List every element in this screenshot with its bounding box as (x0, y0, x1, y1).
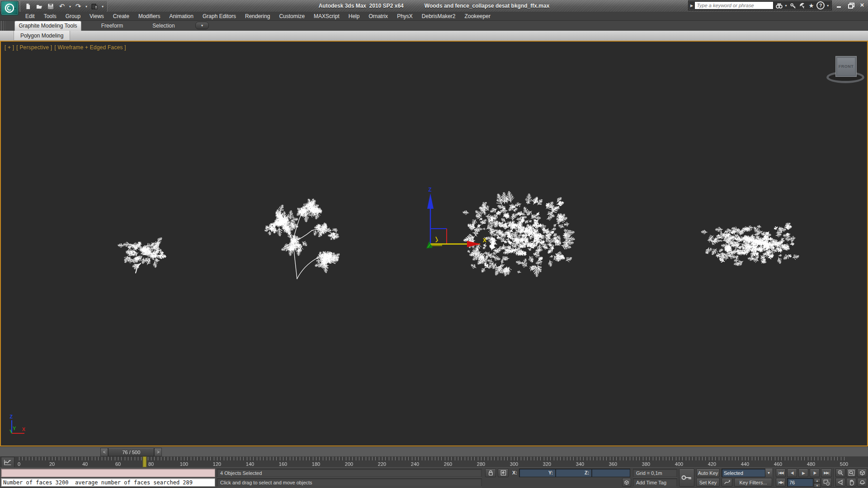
x-coordinate-label: X: (512, 470, 517, 475)
time-slider-track[interactable]: < 76 / 500 > (0, 446, 868, 457)
z-coordinate-field[interactable] (591, 469, 630, 477)
viewport-menu-plus[interactable]: [ + ] (5, 44, 14, 51)
time-configuration-button[interactable] (821, 478, 832, 487)
default-in-out-tangents-button[interactable] (722, 478, 732, 487)
tab-freeform[interactable]: Freeform (90, 21, 134, 31)
go-to-start-button[interactable]: |◀◀ (776, 469, 786, 477)
open-file-button[interactable] (34, 2, 44, 11)
menu-item-customize[interactable]: Customize (274, 12, 309, 20)
selection-lock-toggle[interactable] (485, 469, 496, 477)
save-file-button[interactable] (46, 2, 56, 11)
maxscript-mini-listener-pink[interactable] (1, 469, 215, 477)
perspective-viewport[interactable]: Z X Z X Y [ + ] [ Perspective ] [ Wirefr… (0, 41, 868, 446)
menu-item-rendering[interactable]: Rendering (241, 12, 274, 20)
3dsmax-window: Autodesk 3ds Max 2010 SP2 x64 Woods and … (0, 0, 868, 488)
window-controls: × (835, 1, 866, 9)
menu-item-debrismaker2[interactable]: DebrisMaker2 (417, 12, 460, 20)
close-button[interactable]: × (858, 1, 866, 9)
key-mode-selected-value: Selected (722, 469, 765, 477)
ribbon-collapse-button[interactable]: ▼ (195, 22, 209, 29)
viewport-menu-shading[interactable]: [ Wireframe + Edged Faces ] (54, 44, 126, 51)
search-dropdown-icon[interactable]: ▾ (784, 4, 788, 8)
application-menu-button[interactable] (1, 1, 19, 15)
search-icon[interactable] (775, 1, 783, 9)
open-mini-curve-editor-button[interactable] (1, 457, 14, 468)
key-mode-toggle-button[interactable]: |◀▶| (776, 478, 786, 487)
undo-button[interactable]: ↶ (57, 2, 67, 11)
frame-spinner-up-icon[interactable]: ▲ (814, 478, 821, 483)
play-animation-button[interactable]: ▶ (798, 469, 808, 477)
z-coordinate-label: Z: (585, 470, 589, 475)
redo-dropdown-icon[interactable]: ▾ (85, 5, 88, 9)
communication-center-icon[interactable] (798, 1, 806, 9)
menu-item-group[interactable]: Group (61, 12, 85, 20)
current-frame-field[interactable]: 76 (787, 478, 813, 487)
menu-item-help[interactable]: Help (344, 12, 364, 20)
add-time-tag[interactable]: Add Time Tag (633, 478, 677, 487)
frame-spinner-down-icon[interactable]: ▼ (814, 483, 821, 488)
set-keys-button[interactable] (679, 469, 694, 487)
set-key-button[interactable]: Set Key (696, 478, 720, 487)
menu-item-views[interactable]: Views (85, 12, 108, 20)
menu-item-modifiers[interactable]: Modifiers (134, 12, 165, 20)
zoom-button[interactable] (835, 469, 845, 477)
viewport-menu-view[interactable]: [ Perspective ] (16, 44, 52, 51)
key-mode-dropdown-arrow-icon[interactable]: ▼ (765, 469, 772, 477)
time-tag-cube-icon[interactable] (622, 478, 631, 487)
auto-key-button[interactable]: Auto Key (696, 469, 720, 477)
minimize-button[interactable] (835, 1, 843, 9)
title-bar: Autodesk 3ds Max 2010 SP2 x64 Woods and … (0, 0, 868, 12)
key-mode-dropdown[interactable]: Selected ▼ (722, 469, 772, 477)
go-to-end-button[interactable]: ▶▶| (821, 469, 832, 477)
menu-item-physx[interactable]: PhysX (392, 12, 417, 20)
track-bar-ruler[interactable] (0, 456, 868, 467)
3dsmax-logo-icon (3, 2, 17, 14)
absolute-mode-transform-toggle[interactable] (498, 469, 509, 477)
tab-polygon-modeling[interactable]: Polygon Modeling (14, 31, 70, 41)
time-slider-group: < 76 / 500 > (100, 448, 162, 455)
redo-button[interactable]: ↷ (73, 2, 83, 11)
field-of-view-button[interactable] (835, 478, 845, 487)
zoom-all-button[interactable] (846, 469, 856, 477)
pan-view-button[interactable] (846, 478, 856, 487)
status-selection-text: 4 Objects Selected (217, 469, 482, 477)
menu-item-create[interactable]: Create (108, 12, 134, 20)
tab-graphite-modeling-tools[interactable]: Graphite Modeling Tools (14, 21, 81, 31)
manage-scenes-button[interactable] (90, 2, 99, 11)
undo-dropdown-icon[interactable]: ▾ (68, 5, 72, 9)
track-bar[interactable] (0, 456, 868, 468)
viewcube-face-label: FRONT (839, 64, 854, 69)
menu-item-graph-editors[interactable]: Graph Editors (198, 12, 241, 20)
menu-item-tools[interactable]: Tools (39, 12, 61, 20)
infocenter-arrow-icon[interactable]: ▶ (690, 4, 693, 8)
help-icon[interactable]: ? (816, 1, 825, 9)
previous-frame-slider-button[interactable]: < (100, 448, 108, 456)
menu-item-edit[interactable]: Edit (21, 12, 39, 20)
zoom-extents-button[interactable] (857, 469, 867, 477)
new-scene-button[interactable] (23, 2, 33, 11)
viewport-scene-canvas[interactable] (1, 42, 867, 446)
orbit-view-button[interactable] (857, 478, 867, 487)
menu-item-maxscript[interactable]: MAXScript (309, 12, 344, 20)
y-coordinate-label: Y: (548, 470, 553, 475)
viewcube-cube[interactable]: FRONT (835, 56, 857, 77)
maxscript-mini-listener-white[interactable]: Number of faces 3200 average number of f… (1, 478, 215, 487)
tab-selection[interactable]: Selection (142, 21, 185, 31)
search-input[interactable] (694, 1, 774, 9)
restore-button[interactable] (846, 1, 854, 9)
previous-frame-button[interactable]: ◀| (787, 469, 797, 477)
menu-item-animation[interactable]: Animation (165, 12, 198, 20)
menu-bar: EditToolsGroupViewsCreateModifiersAnimat… (0, 12, 868, 21)
key-filters-button[interactable]: Key Filters... (734, 478, 772, 487)
favorites-star-icon[interactable]: ★ (807, 1, 815, 9)
subscription-key-icon[interactable] (789, 1, 797, 9)
help-dropdown-icon[interactable]: ▾ (826, 4, 830, 8)
toolbar-dropdown-icon[interactable]: ▾ (101, 5, 104, 9)
menu-item-zookeeper[interactable]: Zookeeper (460, 12, 495, 20)
infocenter: ▶ ▾ ★ ? ▾ (688, 0, 832, 10)
time-slider-handle[interactable]: 76 / 500 (108, 448, 154, 456)
next-frame-button[interactable]: |▶ (810, 469, 820, 477)
menu-item-ornatrix[interactable]: Ornatrix (364, 12, 392, 20)
viewcube[interactable]: FRONT (826, 54, 865, 91)
next-frame-slider-button[interactable]: > (154, 448, 162, 456)
